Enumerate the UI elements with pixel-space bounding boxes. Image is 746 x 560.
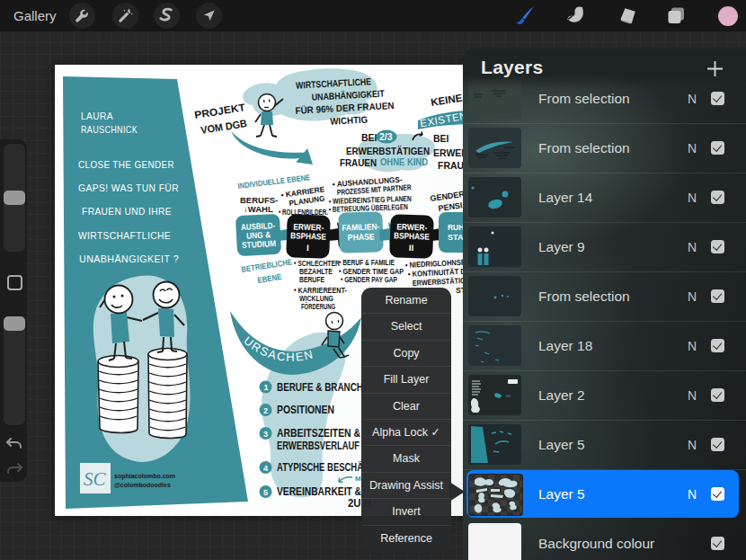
svg-text:5: 5 [263,488,268,497]
svg-text:↓WAHL: ↓WAHL [244,204,273,214]
svg-text:M: M [355,475,361,483]
svg-text:sophiacolombo.com: sophiacolombo.com [114,473,175,480]
svg-text:STUDIUM: STUDIUM [242,238,277,250]
svg-text:4: 4 [263,464,268,473]
svg-text:FRAUEN UND IHRE: FRAUEN UND IHRE [82,206,172,217]
svg-text:I: I [306,243,309,253]
svg-text:VOM DGB: VOM DGB [200,118,247,136]
svg-text:• GENDER PAY GAP: • GENDER PAY GAP [341,275,397,284]
svg-text:POSITIONEN: POSITIONEN [277,404,334,416]
svg-text:WIRTSCHAFTLICHE: WIRTSCHAFTLICHE [78,230,171,241]
svg-text:UNABHÄNGIGKEIT ?: UNABHÄNGIGKEIT ? [79,253,179,264]
svg-text:@colombodoodles: @colombodoodles [114,482,171,488]
svg-text:PROJEKT: PROJEKT [193,102,245,120]
svg-text:2/3: 2/3 [379,131,393,142]
svg-text:ARBEITSZEITEN &: ARBEITSZEITEN & [277,427,360,440]
svg-text:II: II [409,243,414,253]
svg-text:VEREINBARKEIT &: VEREINBARKEIT & [277,485,361,498]
svg-text:PENSI: PENSI [438,200,463,213]
svg-text:RAUSCHNICK: RAUSCHNICK [81,124,138,135]
svg-text:LAURA: LAURA [81,111,113,121]
svg-text:BERUFE & BRANCH: BERUFE & BRANCH [277,381,363,394]
svg-text:PHASE: PHASE [348,231,375,242]
svg-text:BEI: BEI [361,132,377,143]
svg-text:OHNE KIND: OHNE KIND [380,156,428,167]
svg-text:BERUFE: BERUFE [299,275,324,284]
svg-text:WICHTIG: WICHTIG [330,114,369,127]
svg-text:1: 1 [264,383,269,392]
svg-text:BEI: BEI [433,133,449,144]
svg-text:• BERUF & FAMILIE: • BERUF & FAMILIE [339,258,395,267]
svg-text:GAPS! WAS TUN FÜR: GAPS! WAS TUN FÜR [78,182,179,193]
svg-text:CLOSE THE GENDER: CLOSE THE GENDER [78,159,174,170]
svg-text:ATYPISCHE BESCHÄ: ATYPISCHE BESCHÄ [277,460,363,474]
svg-text:ERWERBSVERLAUF: ERWERBSVERLAUF [277,440,360,452]
svg-text:ERWERBSTÄTIGEN: ERWERBSTÄTIGEN [346,146,430,156]
svg-text:EBENE: EBENE [257,272,282,285]
svg-text:2: 2 [263,406,268,415]
svg-text:KEINE: KEINE [430,93,463,108]
svg-text:BSPHASE: BSPHASE [290,230,326,241]
svg-text:FRAUEN: FRAUEN [340,157,377,168]
svg-text:FÖRDERUNG: FÖRDERUNG [301,302,335,311]
svg-text:SC: SC [84,468,107,490]
svg-text:BSPHASE: BSPHASE [394,230,430,241]
svg-text:BETRIEBLICHE: BETRIEBLICHE [241,257,293,274]
svg-text:3: 3 [263,430,268,439]
